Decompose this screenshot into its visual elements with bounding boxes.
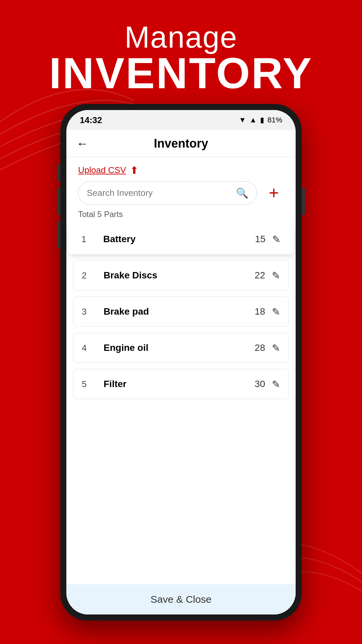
item-name: Engine oil — [104, 342, 255, 353]
inventory-item: 1 Battery 15 ✎ — [68, 224, 294, 254]
app-header: ← Inventory — [66, 130, 296, 157]
edit-icon[interactable]: ✎ — [272, 270, 280, 281]
upload-csv-link[interactable]: Upload CSV — [78, 165, 126, 175]
item-name: Filter — [104, 379, 255, 389]
upload-icon[interactable]: ⬆ — [130, 164, 138, 176]
status-time: 14:32 — [80, 115, 102, 125]
power-button — [302, 188, 305, 215]
back-button[interactable]: ← — [76, 137, 88, 151]
edit-icon[interactable]: ✎ — [272, 342, 280, 354]
volume-down-button — [57, 221, 60, 248]
edit-icon[interactable]: ✎ — [272, 378, 280, 390]
item-name: Brake pad — [104, 306, 255, 317]
wifi-icon: ▼ — [239, 116, 246, 124]
inventory-item: 4 Engine oil 28 ✎ — [73, 333, 289, 363]
search-icon[interactable]: 🔍 — [236, 187, 248, 199]
inventory-item: 5 Filter 30 ✎ — [73, 369, 289, 399]
page-title: Inventory — [154, 137, 208, 151]
edit-icon[interactable]: ✎ — [272, 306, 280, 318]
item-count: 30 — [255, 379, 265, 389]
hero-header: Manage INVENTORY — [0, 20, 362, 95]
content-area: Upload CSV ⬆ 🔍 + Total 5 Parts 1 — [66, 157, 296, 614]
add-item-button[interactable]: + — [264, 183, 284, 203]
item-number: 5 — [82, 379, 99, 389]
item-name: Battery — [103, 234, 255, 245]
search-box: 🔍 — [78, 181, 257, 205]
item-number: 2 — [82, 270, 99, 281]
status-icons: ▼ ▲ ▮ 81% — [239, 116, 282, 124]
total-parts-label: Total 5 Parts — [66, 208, 296, 224]
inventory-list: 1 Battery 15 ✎ 2 Brake Discs 22 ✎ 3 Brak… — [66, 224, 296, 584]
search-input[interactable] — [87, 188, 236, 198]
item-count: 28 — [255, 342, 265, 353]
status-bar: 14:32 ▼ ▲ ▮ 81% — [66, 110, 296, 130]
item-number: 4 — [82, 343, 99, 353]
save-close-button[interactable]: Save & Close — [66, 584, 296, 614]
inventory-item: 3 Brake pad 18 ✎ — [73, 297, 289, 327]
phone-mockup: 14:32 ▼ ▲ ▮ 81% ← Inventory Upload CSV ⬆ — [60, 104, 302, 621]
battery-percentage: 81% — [267, 116, 282, 124]
battery-icon: ▮ — [260, 116, 264, 124]
edit-icon[interactable]: ✎ — [272, 233, 281, 245]
item-count: 18 — [255, 306, 265, 317]
phone-body: 14:32 ▼ ▲ ▮ 81% ← Inventory Upload CSV ⬆ — [60, 104, 302, 621]
inventory-item: 2 Brake Discs 22 ✎ — [73, 260, 289, 290]
signal-icon: ▲ — [249, 116, 257, 124]
search-row: 🔍 + — [66, 181, 296, 208]
phone-screen: 14:32 ▼ ▲ ▮ 81% ← Inventory Upload CSV ⬆ — [66, 110, 296, 614]
inventory-hero-text: INVENTORY — [0, 51, 362, 95]
item-number: 1 — [81, 234, 98, 245]
volume-up-button — [57, 188, 60, 215]
item-number: 3 — [82, 307, 99, 317]
mute-button — [57, 164, 60, 181]
upload-row: Upload CSV ⬆ — [66, 157, 296, 181]
item-count: 15 — [255, 234, 265, 245]
item-count: 22 — [255, 270, 265, 281]
item-name: Brake Discs — [104, 270, 255, 281]
